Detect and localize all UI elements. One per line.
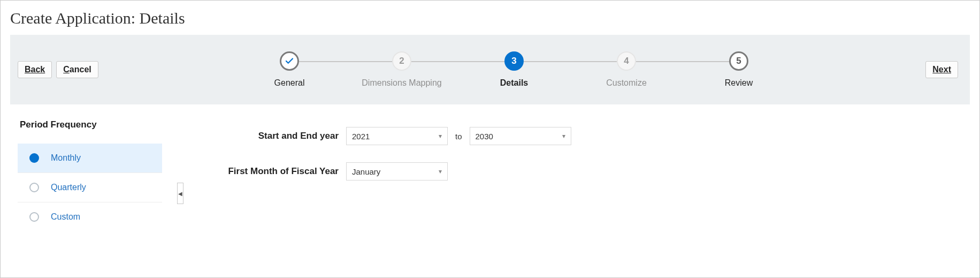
frequency-label: Monthly [51,153,81,163]
back-button[interactable]: Back [18,61,52,78]
step-dimensions-mapping: 2 Dimensions Mapping [346,51,458,88]
checkmark-icon [280,51,299,71]
step-label: General [274,78,305,88]
wizard-bar: Back Cancel General 2 Dimensions Mapping… [10,35,970,104]
frequency-label: Quarterly [51,183,86,192]
collapse-handle[interactable]: ◀ [177,183,183,204]
chevron-down-icon: ▾ [562,132,565,140]
select-value: 2030 [476,132,493,141]
select-value: January [352,167,380,176]
radio-icon [29,153,39,163]
step-general[interactable]: General [233,51,346,88]
wizard-steps: General 2 Dimensions Mapping 3 Details 4… [103,51,926,88]
start-end-year-row: Start and End year 2021 ▾ to 2030 ▾ [216,127,571,145]
chevron-down-icon: ▾ [439,168,442,175]
frequency-list: Monthly Quarterly Custom [18,143,183,231]
step-details[interactable]: 3 Details [458,51,570,88]
select-value: 2021 [352,132,370,141]
step-number-icon: 4 [617,51,636,71]
page-title: Create Application: Details [10,9,970,27]
frequency-panel: Period Frequency Monthly Quarterly Custo… [18,114,183,231]
step-label: Review [725,78,753,88]
end-year-select[interactable]: 2030 ▾ [470,127,571,145]
section-title: Period Frequency [20,119,183,130]
first-month-row: First Month of Fiscal Year January ▾ [216,162,571,181]
frequency-option-quarterly[interactable]: Quarterly [18,173,162,202]
step-number-icon: 2 [392,51,411,71]
step-number-icon: 3 [504,51,524,71]
chevron-left-icon: ◀ [178,191,182,197]
frequency-option-monthly[interactable]: Monthly [18,144,162,173]
cancel-button[interactable]: Cancel [56,61,98,78]
step-label: Dimensions Mapping [362,78,441,88]
frequency-label: Custom [51,212,80,222]
start-year-select[interactable]: 2021 ▾ [346,127,448,145]
first-month-select[interactable]: January ▾ [346,162,448,181]
step-label: Details [500,78,528,88]
start-end-year-label: Start and End year [216,131,339,141]
first-month-label: First Month of Fiscal Year [216,166,339,177]
step-label: Customize [606,78,647,88]
to-label: to [455,132,462,141]
step-number-icon: 5 [729,51,748,71]
frequency-option-custom[interactable]: Custom [18,202,162,231]
radio-icon [29,212,39,222]
step-customize: 4 Customize [570,51,683,88]
radio-icon [29,183,39,192]
create-application-page: Create Application: Details Back Cancel … [0,0,980,278]
chevron-down-icon: ▾ [439,132,442,140]
step-review[interactable]: 5 Review [683,51,795,88]
details-form: Start and End year 2021 ▾ to 2030 ▾ Firs… [183,114,571,231]
content-area: Period Frequency Monthly Quarterly Custo… [10,104,970,231]
next-button[interactable]: Next [925,61,958,78]
